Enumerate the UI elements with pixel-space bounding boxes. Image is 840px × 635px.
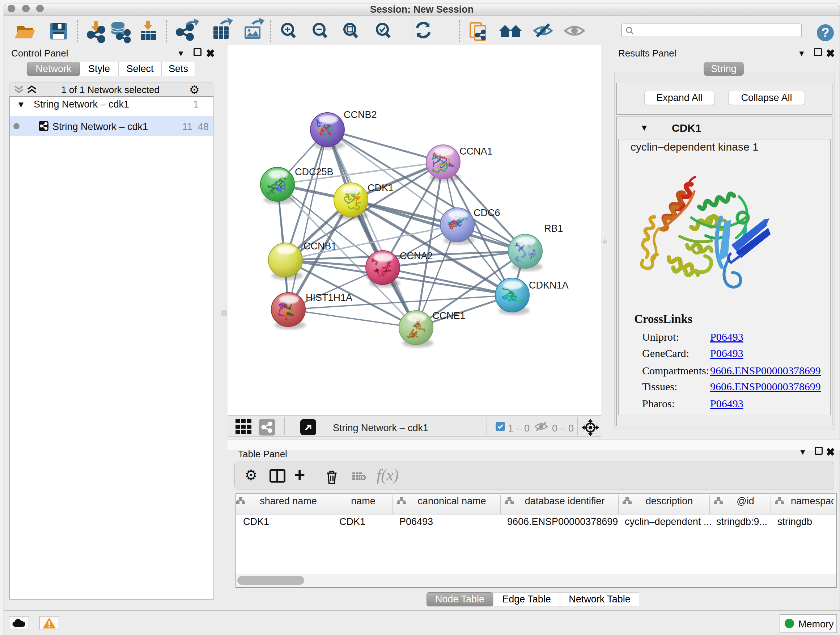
svg-text:HIST1H1A: HIST1H1A	[306, 292, 352, 303]
svg-text:CDKN1A: CDKN1A	[529, 280, 569, 291]
svg-text:CDK1: CDK1	[368, 182, 393, 193]
svg-text:RB1: RB1	[544, 223, 563, 234]
svg-text:CCNE1: CCNE1	[432, 310, 466, 321]
svg-text:CDC25B: CDC25B	[295, 166, 333, 177]
svg-text:CCNA2: CCNA2	[400, 250, 433, 261]
svg-text:CCNA1: CCNA1	[459, 146, 493, 157]
svg-text:CDC6: CDC6	[474, 207, 500, 218]
svg-text:CCNB2: CCNB2	[344, 109, 377, 120]
svg-text:CCNB1: CCNB1	[303, 241, 337, 252]
